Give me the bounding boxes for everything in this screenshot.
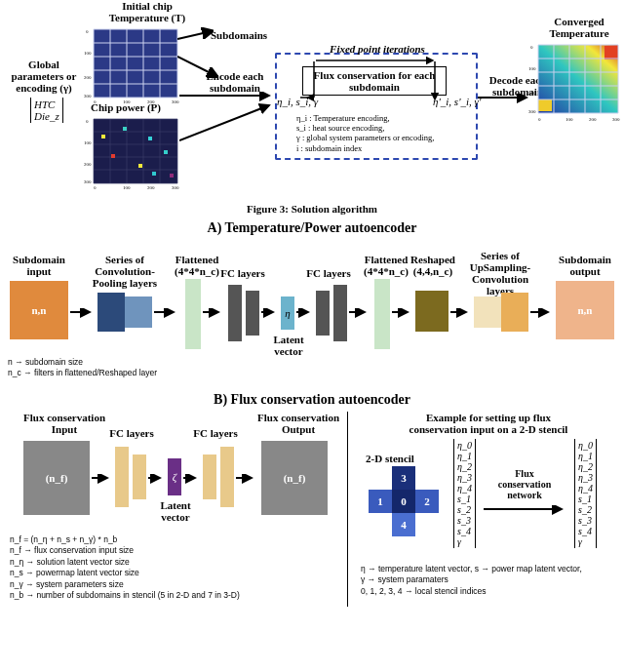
label-flux-in: Flux conservation Input — [16, 412, 113, 435]
block-flux-in: (n_f) — [23, 441, 90, 515]
autoencoder-diagram: Subdomain input n,n Series of Convolutio… — [6, 240, 618, 386]
block-fc2a — [316, 291, 330, 336]
block-flux-fc1a — [115, 447, 129, 507]
block-output: n,n — [556, 281, 614, 339]
label-flux-fc2: FC layers — [189, 427, 242, 439]
block-up1 — [474, 296, 501, 328]
svg-text:0: 0 — [86, 119, 89, 124]
block-flux-out: (n_f) — [261, 441, 328, 515]
label-initial-temp: Initial chip Temperature (T) — [98, 0, 196, 23]
solution-algorithm-diagram: Initial chip Temperature (T) 0100200300 … — [6, 0, 618, 195]
label-fc1: FC layers — [216, 267, 269, 279]
svg-text:0: 0 — [94, 185, 97, 190]
block-conv2 — [125, 296, 152, 328]
figure-3-caption: Figure 3: Solution algorithm — [6, 203, 618, 215]
label-chip-power: Chip power (P) — [82, 101, 170, 113]
latent-out: η'_i, s'_i, γ' — [433, 96, 481, 107]
label-upsamp: Series of UpSampling- Convolution layers — [458, 250, 542, 296]
svg-text:0: 0 — [86, 29, 89, 34]
svg-rect-39 — [111, 154, 115, 158]
svg-text:0: 0 — [530, 45, 533, 50]
label-converged: Converged Temperature — [540, 16, 618, 39]
vertical-separator — [347, 412, 348, 607]
svg-text:300: 300 — [84, 179, 92, 184]
label-flux-latent: Latent vector — [158, 499, 193, 523]
block-input: n,n — [10, 281, 68, 339]
label-example-title: Example for setting up flux conservation… — [376, 412, 601, 435]
block-flux-fc2b — [220, 447, 234, 507]
legend-encoding: η_i : Temperature encoding, s_i : heat s… — [296, 113, 472, 153]
grid-temperature: 0100200300 0100200300 — [84, 25, 181, 103]
svg-text:100: 100 — [566, 117, 573, 122]
label-conv: Series of Convolution- Pooling layers — [88, 254, 162, 289]
block-conv1 — [98, 293, 125, 332]
block-fc1b — [246, 291, 259, 336]
flux-autoencoder-diagram: Flux conservation Input (n_f) FC layers … — [6, 412, 618, 616]
svg-text:100: 100 — [528, 66, 536, 71]
svg-text:200: 200 — [84, 162, 92, 167]
label-2d-stencil: 2-D stencil — [361, 453, 419, 464]
svg-text:300: 300 — [84, 94, 92, 99]
label-flux-fc1: FC layers — [105, 427, 158, 439]
label-encode: Encode each subdomain — [201, 70, 269, 94]
svg-rect-62 — [604, 46, 618, 59]
svg-rect-38 — [148, 137, 152, 140]
block-flux-latent: ζ — [168, 458, 181, 495]
flux-footnotes: n_f = (n_η + n_s + n_γ) * n_b n_f → flux… — [10, 534, 332, 602]
label-global-params: Global parameters or encoding (γ) — [6, 59, 82, 94]
svg-text:200: 200 — [147, 185, 155, 190]
svg-rect-42 — [152, 172, 156, 176]
svg-text:200: 200 — [84, 75, 92, 80]
label-latent: Latent vector — [271, 334, 306, 357]
label-sub-output: Subdomain output — [554, 254, 616, 277]
svg-rect-61 — [538, 99, 552, 111]
svg-text:100: 100 — [123, 185, 131, 190]
block-flux-fc1b — [133, 455, 146, 499]
section-b-title: B) Flux conservation autoencoder — [6, 392, 618, 408]
label-fc2: FC layers — [302, 267, 355, 279]
svg-rect-40 — [138, 164, 142, 168]
block-fc1a — [228, 285, 242, 341]
svg-rect-43 — [170, 174, 174, 178]
svg-text:300: 300 — [528, 109, 536, 114]
label-flux-net: Flux conservation network — [486, 468, 564, 500]
latent-in: η_i, s_i, γ — [277, 96, 318, 107]
label-reshape: Reshaped (4,4,n_c) — [406, 254, 460, 277]
ae-footnotes: n → subdomain size n_c → filters in flat… — [8, 357, 157, 379]
svg-text:300: 300 — [172, 185, 179, 190]
svg-text:100: 100 — [84, 140, 92, 145]
block-latent-eta: η — [281, 296, 294, 330]
block-flat2 — [374, 279, 390, 349]
label-sub-input: Subdomain input — [8, 254, 70, 277]
section-a-title: A) Temperature/Power autoencoder — [6, 220, 618, 236]
svg-rect-36 — [101, 135, 105, 138]
flux-example-legend: η → temperature latent vector, s → power… — [361, 564, 614, 597]
svg-text:200: 200 — [528, 91, 536, 96]
block-flat1 — [185, 279, 201, 349]
matrix-output: η_0 η_1 η_2 η_3 η_4 s_1 s_2 s_3 s_4 γ — [573, 439, 598, 548]
block-reshape — [415, 291, 448, 332]
svg-text:300: 300 — [612, 117, 620, 122]
grid-converged: 0100200300 0100200300 — [528, 41, 624, 127]
svg-text:100: 100 — [84, 51, 92, 56]
block-flux-fc2a — [203, 455, 216, 499]
svg-text:0: 0 — [538, 117, 541, 122]
stencil-2d: 3 1 0 2 4 — [365, 466, 443, 544]
block-up2 — [501, 293, 528, 332]
label-flux-out: Flux conservation Output — [250, 412, 347, 435]
global-vector: HTCDie_z — [29, 98, 64, 123]
matrix-input: η_0 η_1 η_2 η_3 η_4 s_1 s_2 s_3 s_4 γ — [452, 439, 477, 548]
svg-text:200: 200 — [589, 117, 597, 122]
block-fc2b — [333, 285, 347, 341]
label-fpi: Fixed point iterations — [294, 43, 460, 55]
svg-line-21 — [177, 31, 212, 39]
svg-line-53 — [179, 105, 269, 140]
svg-rect-0 — [94, 29, 177, 98]
svg-text:300: 300 — [172, 99, 179, 103]
grid-power: 0100200300 0100200300 — [84, 115, 181, 191]
svg-rect-37 — [123, 127, 127, 131]
svg-rect-41 — [164, 150, 168, 154]
